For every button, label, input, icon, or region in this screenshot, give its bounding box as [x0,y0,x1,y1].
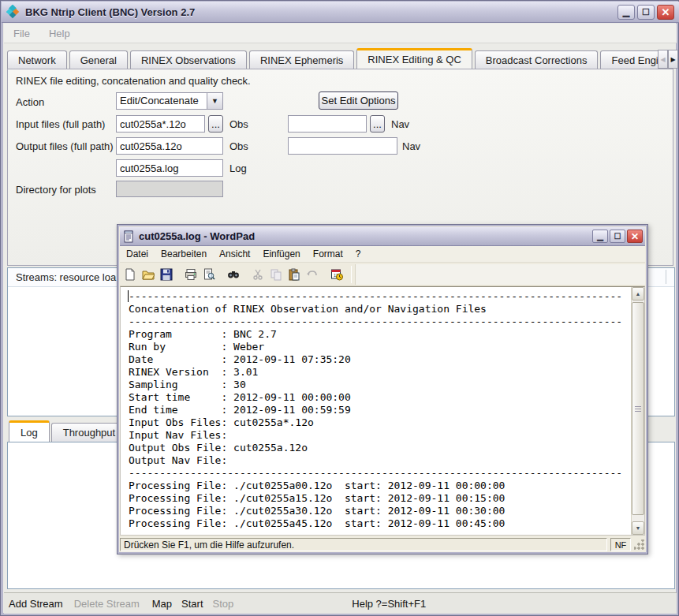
tab-rinex-editing-qc[interactable]: RINEX Editing & QC [356,48,472,69]
minimize-button[interactable]: ▁ [617,5,635,20]
action-label: Action [16,96,44,108]
tab-scroll-right-icon[interactable]: ▶ [668,50,678,69]
wordpad-close-button[interactable]: ✕ [627,230,643,243]
print-icon[interactable] [183,267,199,282]
obs-label-input: Obs [229,118,248,130]
output-obs-field[interactable] [116,137,223,155]
scrollbar-grip [635,406,641,412]
tab-rinex-ephemeris[interactable]: RINEX Ephemeris [249,50,354,69]
tab-scroll-buttons: ◀ ▶ [658,50,678,69]
wordpad-menubar: Datei Bearbeiten Ansicht Einfügen Format… [120,246,645,263]
obs-label-output: Obs [229,140,248,152]
log-label: Log [229,162,247,174]
wordpad-document-icon [122,230,135,243]
tab-bar: Network General RINEX Observations RINEX… [7,48,673,69]
streams-column-divider [666,270,666,284]
open-folder-icon[interactable] [140,267,156,282]
toolbar-empty-area [355,264,645,285]
paste-icon[interactable] [286,267,302,282]
input-files-label: Input files (full path) [16,118,105,130]
input-nav-field[interactable] [288,115,367,133]
output-nav-field[interactable] [288,137,397,155]
tab-throughput[interactable]: Throughput [51,423,128,442]
browse-input-nav-button[interactable]: ... [370,115,385,133]
dir-plots-field [116,181,223,197]
close-button[interactable]: ✕ [657,5,674,20]
wordpad-menu-einfuegen[interactable]: Einfügen [256,248,306,259]
text-caret [128,290,129,302]
wordpad-menu-datei[interactable]: Datei [120,248,155,259]
tab-log[interactable]: Log [9,420,50,442]
bnc-menubar: File Help [4,24,677,43]
scrollbar-thumb[interactable] [632,302,644,515]
copy-icon [268,267,284,282]
statusbar-message: Drücken Sie F1, um die Hilfe aufzurufen. [120,538,607,551]
wordpad-document-text: ----------------------------------------… [121,287,631,530]
wordpad-minimize-button[interactable]: ▁ [592,230,608,243]
new-document-icon[interactable] [122,267,138,282]
bottom-tab-bar: Log Throughput [9,420,129,442]
wordpad-window: cut0255a.log - WordPad ▁ ☐ ✕ Datei Bearb… [117,224,648,554]
find-icon[interactable] [226,267,241,282]
output-files-label: Output files (full path) [16,140,114,152]
print-preview-icon[interactable] [201,267,217,282]
action-select-value: Edit/Concatenate [117,93,207,109]
set-edit-options-button[interactable]: Set Edit Options [319,91,398,110]
dir-plots-label: Directory for plots [16,184,96,196]
chevron-down-icon[interactable]: ▼ [207,93,222,109]
action-select[interactable]: Edit/Concatenate ▼ [116,92,223,110]
bnc-titlebar: BKG Ntrip Client (BNC) Version 2.7 ▁ ☐ ✕ [2,2,679,23]
map-button[interactable]: Map [152,598,172,610]
nav-label-output: Nav [402,140,420,152]
output-log-field[interactable] [116,159,223,177]
tab-scroll-left-icon[interactable]: ◀ [658,50,668,69]
scrollbar-track[interactable] [632,301,644,521]
start-button[interactable]: Start [181,598,203,610]
add-stream-button[interactable]: Add Stream [9,598,63,610]
footer-bar: Add Stream Delete Stream Map Start Stop … [4,592,677,614]
browse-input-obs-button[interactable]: ... [208,115,223,133]
wordpad-titlebar: cut0255a.log - WordPad ▁ ☐ ✕ [120,227,645,246]
wordpad-maximize-button[interactable]: ☐ [610,230,625,243]
cut-icon [250,267,266,282]
tab-rinex-observations[interactable]: RINEX Observations [130,50,247,69]
menu-file[interactable]: File [4,28,39,39]
scroll-down-icon[interactable]: ▼ [632,521,644,535]
wordpad-menu-ansicht[interactable]: Ansicht [213,248,256,259]
wordpad-statusbar: Drücken Sie F1, um die Hilfe aufzurufen.… [120,536,645,551]
stop-button: Stop [213,598,234,610]
tab-general[interactable]: General [69,50,128,69]
menu-help[interactable]: Help [39,28,80,39]
wordpad-document-area[interactable]: ----------------------------------------… [121,287,631,535]
undo-icon [304,267,320,282]
delete-stream-button: Delete Stream [74,598,140,610]
nav-label-input: Nav [391,118,409,130]
wordpad-menu-format[interactable]: Format [307,248,349,259]
insert-date-time-icon[interactable]: 12 [329,267,345,282]
panel-description: RINEX file editing, concatenation and qu… [16,75,251,87]
wordpad-toolbar: 12 [120,263,645,286]
input-obs-field[interactable] [116,115,205,133]
resize-grip[interactable] [634,539,644,550]
save-icon[interactable] [159,267,174,282]
wordpad-window-title: cut0255a.log - WordPad [139,230,255,242]
help-button[interactable]: Help ?=Shift+F1 [352,598,426,610]
scroll-up-icon[interactable]: ▲ [632,287,644,301]
bnc-window-title: BKG Ntrip Client (BNC) Version 2.7 [25,6,195,18]
vertical-scrollbar[interactable]: ▲ ▼ [631,287,644,535]
statusbar-nf-indicator: NF [610,538,631,551]
wordpad-menu-bearbeiten[interactable]: Bearbeiten [155,248,213,259]
maximize-button[interactable]: ☐ [637,5,655,20]
tab-broadcast-corrections[interactable]: Broadcast Corrections [475,50,599,69]
wordpad-menu-hilfe[interactable]: ? [349,248,367,259]
tab-network[interactable]: Network [7,50,67,69]
toolbar-separator [351,266,352,283]
bnc-app-icon [6,5,21,19]
